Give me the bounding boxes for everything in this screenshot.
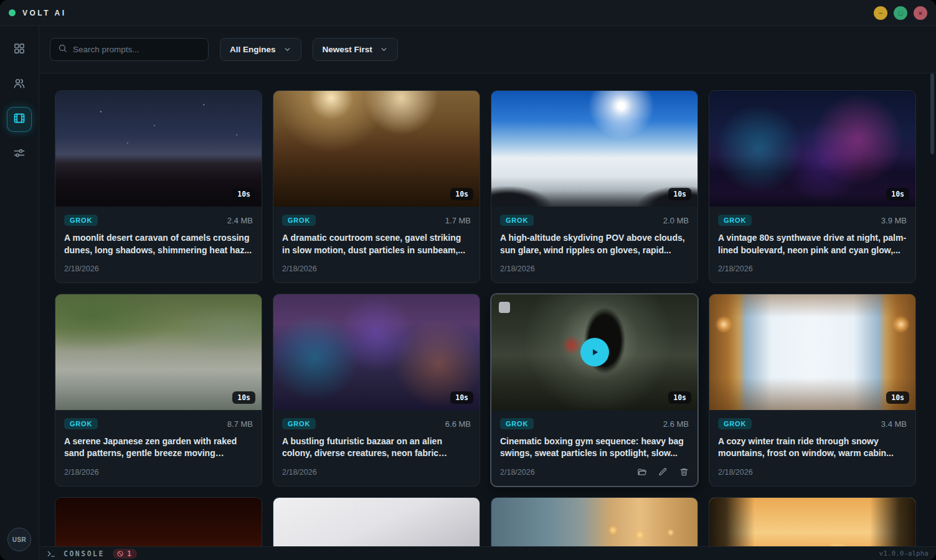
engine-badge: GROK bbox=[718, 215, 752, 226]
console-bar[interactable]: CONSOLE 1 v1.0.0-alpha bbox=[39, 546, 936, 560]
duration-badge: 10s bbox=[886, 188, 909, 200]
error-count: 1 bbox=[127, 549, 131, 558]
video-card-selected[interactable]: 10s GROK 2.6 MB Cinematic boxing gym seq… bbox=[491, 294, 698, 487]
engine-badge: GROK bbox=[282, 418, 316, 429]
console-label: CONSOLE bbox=[64, 549, 105, 558]
engine-filter-select[interactable]: All Engines bbox=[220, 38, 301, 61]
engine-badge: GROK bbox=[282, 215, 316, 226]
grid-icon bbox=[13, 42, 26, 57]
engine-filter-value: All Engines bbox=[230, 45, 276, 54]
video-card[interactable]: 10s GROK 2.0 MB A high-altitude skydivin… bbox=[491, 90, 698, 283]
card-date: 2/18/2026 bbox=[64, 264, 99, 273]
sidebar-item-dashboard[interactable] bbox=[7, 37, 32, 62]
play-icon bbox=[589, 347, 600, 358]
engine-badge: GROK bbox=[500, 418, 534, 429]
video-card-partial[interactable] bbox=[273, 497, 480, 546]
app-window: VOLT AI − □ × bbox=[0, 0, 936, 560]
card-date: 2/18/2026 bbox=[500, 468, 535, 477]
folder-icon bbox=[637, 467, 646, 477]
duration-badge: 10s bbox=[450, 391, 473, 404]
users-icon bbox=[13, 77, 26, 92]
app-title: VOLT AI bbox=[22, 9, 67, 17]
chevron-down-icon bbox=[283, 45, 291, 54]
minimize-button[interactable]: − bbox=[874, 6, 887, 20]
prompt-title: Cinematic boxing gym sequence: heavy bag… bbox=[500, 436, 689, 460]
prompt-title: A high-altitude skydiving POV above clou… bbox=[500, 232, 689, 256]
video-card[interactable]: 10s GROK 3.4 MB A cozy winter train ride… bbox=[709, 294, 916, 487]
video-thumbnail[interactable]: 10s bbox=[55, 91, 262, 207]
file-size: 2.0 MB bbox=[663, 216, 689, 225]
pencil-icon bbox=[658, 467, 668, 477]
video-thumbnail[interactable]: 10s bbox=[273, 91, 480, 207]
video-card-partial[interactable] bbox=[55, 497, 262, 546]
video-thumbnail[interactable] bbox=[709, 498, 915, 546]
scrollbar-thumb[interactable] bbox=[930, 73, 934, 154]
video-thumbnail[interactable]: 10s bbox=[491, 91, 697, 207]
sort-filter-select[interactable]: Newest First bbox=[313, 38, 398, 61]
card-date: 2/18/2026 bbox=[718, 468, 753, 477]
card-date: 2/18/2026 bbox=[282, 468, 317, 477]
video-card[interactable]: 10s GROK 6.6 MB A bustling futuristic ba… bbox=[273, 294, 480, 487]
open-folder-button[interactable] bbox=[637, 467, 646, 477]
film-icon bbox=[13, 112, 26, 127]
video-thumbnail[interactable]: 10s bbox=[55, 294, 262, 410]
file-size: 3.9 MB bbox=[881, 216, 907, 225]
edit-button[interactable] bbox=[658, 467, 668, 477]
sort-filter-value: Newest First bbox=[323, 45, 372, 54]
duration-badge: 10s bbox=[450, 188, 473, 200]
brand-dot-icon bbox=[9, 9, 16, 16]
duration-badge: 10s bbox=[668, 188, 691, 200]
duration-badge: 10s bbox=[232, 188, 255, 200]
chevron-down-icon bbox=[380, 45, 388, 54]
close-button[interactable]: × bbox=[914, 6, 927, 20]
search-box bbox=[50, 38, 209, 61]
video-card[interactable]: 10s GROK 3.9 MB A vintage 80s synthwave … bbox=[709, 90, 916, 283]
video-card[interactable]: 10s GROK 1.7 MB A dramatic courtroom sce… bbox=[273, 90, 480, 283]
sidebar: USR bbox=[0, 26, 39, 560]
file-size: 2.4 MB bbox=[227, 216, 253, 225]
file-size: 6.6 MB bbox=[445, 419, 471, 429]
file-size: 3.4 MB bbox=[881, 419, 907, 429]
titlebar: VOLT AI − □ × bbox=[0, 0, 936, 26]
version-label: v1.0.0-alpha bbox=[879, 549, 929, 558]
search-input[interactable] bbox=[73, 45, 201, 54]
video-thumbnail[interactable]: 10s bbox=[709, 91, 915, 207]
user-avatar[interactable]: USR bbox=[7, 528, 31, 551]
duration-badge: 10s bbox=[886, 391, 909, 404]
trash-icon bbox=[679, 467, 689, 477]
video-thumbnail[interactable]: 10s bbox=[491, 294, 697, 410]
video-thumbnail[interactable]: 10s bbox=[709, 294, 915, 410]
video-card-partial[interactable] bbox=[491, 497, 698, 546]
video-thumbnail[interactable]: 10s bbox=[273, 294, 480, 410]
card-date: 2/18/2026 bbox=[718, 264, 753, 273]
card-actions bbox=[637, 467, 689, 477]
duration-badge: 10s bbox=[668, 391, 691, 404]
video-thumbnail[interactable] bbox=[491, 498, 697, 546]
video-thumbnail[interactable] bbox=[273, 498, 480, 546]
play-button[interactable] bbox=[580, 338, 609, 366]
prompt-title: A moonlit desert caravan of camels cross… bbox=[64, 232, 253, 256]
engine-badge: GROK bbox=[718, 418, 752, 429]
prompt-title: A vintage 80s synthwave drive at night, … bbox=[718, 232, 907, 256]
prompt-title: A cozy winter train ride through snowy m… bbox=[718, 436, 907, 460]
prompt-title: A serene Japanese zen garden with raked … bbox=[64, 436, 253, 460]
video-thumbnail[interactable] bbox=[55, 498, 262, 546]
sidebar-item-settings[interactable] bbox=[7, 142, 32, 167]
card-date: 2/18/2026 bbox=[500, 264, 535, 273]
engine-badge: GROK bbox=[64, 215, 98, 226]
video-card[interactable]: 10s GROK 8.7 MB A serene Japanese zen ga… bbox=[55, 294, 262, 487]
window-controls: − □ × bbox=[874, 6, 927, 20]
video-card-partial[interactable] bbox=[709, 497, 916, 546]
duration-badge: 10s bbox=[232, 391, 255, 404]
card-date: 2/18/2026 bbox=[64, 468, 99, 477]
sliders-icon bbox=[13, 147, 26, 162]
file-size: 1.7 MB bbox=[445, 216, 471, 225]
card-date: 2/18/2026 bbox=[282, 264, 317, 273]
error-icon bbox=[116, 550, 124, 558]
video-card[interactable]: 10s GROK 2.4 MB A moonlit desert caravan… bbox=[55, 90, 262, 283]
sidebar-item-videos[interactable] bbox=[7, 107, 32, 132]
maximize-button[interactable]: □ bbox=[894, 6, 907, 20]
delete-button[interactable] bbox=[679, 467, 689, 477]
error-count-badge[interactable]: 1 bbox=[113, 549, 137, 559]
sidebar-item-users[interactable] bbox=[7, 72, 32, 97]
